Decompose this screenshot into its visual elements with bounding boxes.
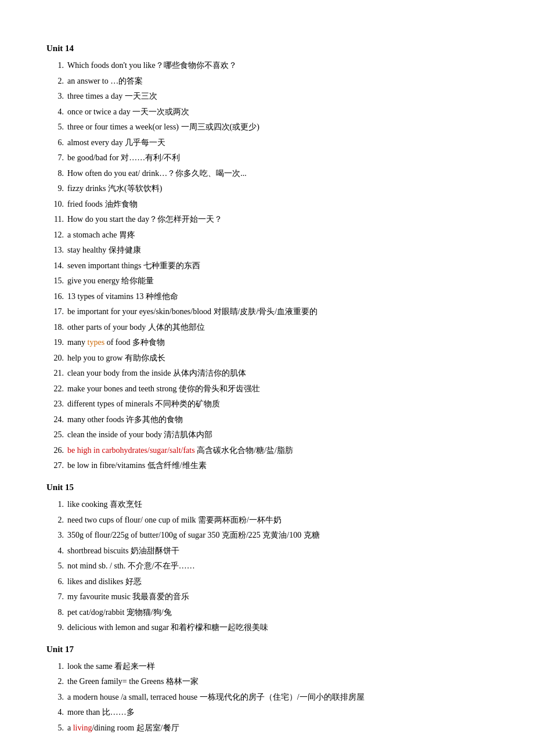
- item-text: a living/dining room 起居室/餐厅: [67, 721, 488, 736]
- text-suffix: /dining room 起居室/餐厅: [92, 723, 179, 732]
- item-num: 5.: [46, 559, 64, 574]
- item-num: 1.: [46, 498, 64, 512]
- item-text: pet cat/dog/rabbit 宠物猫/狗/兔: [67, 606, 488, 620]
- list-item: 3. a modern house /a small, terraced hou…: [46, 690, 488, 705]
- item-text: 350g of flour/225g of butter/100g of sug…: [67, 528, 488, 543]
- list-item: 21. clean your body from the inside 从体内清…: [46, 366, 488, 381]
- item-text: need two cups of flour/ one cup of milk …: [67, 513, 488, 528]
- item-num: 9.: [46, 621, 64, 635]
- list-item: 4. more than 比……多: [46, 705, 488, 721]
- unit-14-title: Unit 14: [46, 41, 488, 56]
- item-text: How do you start the day？你怎样开始一天？: [67, 213, 488, 227]
- list-item: 25. clean the inside of your body 清洁肌体内部: [46, 427, 488, 443]
- item-num: 2.: [46, 513, 64, 528]
- item-num: 6.: [46, 136, 64, 150]
- item-num: 17.: [46, 305, 64, 319]
- item-num: 15.: [46, 274, 64, 289]
- list-item: 7. be good/bad for 对……有利/不利: [46, 150, 488, 166]
- list-item: 1. Which foods don't you like？哪些食物你不喜欢？: [46, 58, 488, 74]
- item-text: 13 types of vitamins 13 种维他命: [67, 290, 488, 304]
- item-num: 6.: [46, 575, 64, 589]
- item-num: 2.: [46, 675, 64, 689]
- item-text: my favourite music 我最喜爱的音乐: [67, 590, 488, 604]
- item-num: 27.: [46, 459, 64, 473]
- item-num: 26.: [46, 444, 64, 458]
- item-text: seven important things 七种重要的东西: [67, 259, 488, 273]
- unit-14-section: Unit 14 1. Which foods don't you like？哪些…: [46, 41, 488, 474]
- item-text: give you energy 给你能量: [67, 274, 488, 289]
- item-num: 4.: [46, 105, 64, 120]
- item-num: 1.: [46, 660, 64, 674]
- list-item: 5. not mind sb. / sth. 不介意/不在乎……: [46, 559, 488, 574]
- item-text: once or twice a day 一天一次或两次: [67, 105, 488, 120]
- list-item: 13. stay healthy 保持健康: [46, 243, 488, 258]
- item-num: 22.: [46, 382, 64, 397]
- unit-17-list: 1. look the same 看起来一样 2. the Green fami…: [46, 659, 488, 736]
- item-text: a stomach ache 胃疼: [67, 228, 488, 243]
- item-num: 18.: [46, 321, 64, 335]
- item-text: many other foods 许多其他的食物: [67, 413, 488, 427]
- list-item: 9. delicious with lemon and sugar 和着柠檬和糖…: [46, 620, 488, 636]
- item-text: more than 比……多: [67, 705, 488, 720]
- item-text: fried foods 油炸食物: [67, 197, 488, 212]
- item-text: different types of minerals 不同种类的矿物质: [67, 397, 488, 412]
- item-text: be important for your eyes/skin/bones/bl…: [67, 305, 488, 319]
- item-text: look the same 看起来一样: [67, 660, 488, 674]
- list-item: 1. look the same 看起来一样: [46, 659, 488, 675]
- list-item: 22. make your bones and teeth strong 使你的…: [46, 381, 488, 397]
- highlighted-word: types: [88, 338, 105, 347]
- item-num: 9.: [46, 182, 64, 196]
- item-text: almost every day 几乎每一天: [67, 136, 488, 150]
- item-num: 7.: [46, 151, 64, 165]
- list-item: 9. fizzy drinks 汽水(等软饮料): [46, 181, 488, 197]
- list-item: 17. be important for your eyes/skin/bone…: [46, 304, 488, 320]
- item-num: 24.: [46, 413, 64, 427]
- text-suffix: of food 多种食物: [104, 338, 165, 347]
- list-item: 2. an answer to …的答案: [46, 74, 488, 89]
- text-prefix: a: [67, 723, 73, 732]
- item-num: 13.: [46, 243, 64, 258]
- list-item: 11. How do you start the day？你怎样开始一天？: [46, 212, 488, 228]
- item-num: 4.: [46, 705, 64, 720]
- item-num: 16.: [46, 290, 64, 304]
- list-item: 5. a living/dining room 起居室/餐厅: [46, 721, 488, 736]
- unit-17-section: Unit 17 1. look the same 看起来一样 2. the Gr…: [46, 642, 488, 736]
- item-num: 10.: [46, 197, 64, 212]
- item-text: make your bones and teeth strong 使你的骨头和牙…: [67, 382, 488, 397]
- list-item: 26. be high in carbohydrates/sugar/salt/…: [46, 443, 488, 459]
- item-num: 5.: [46, 120, 64, 135]
- list-item: 27. be low in fibre/vitamins 低含纤维/维生素: [46, 458, 488, 474]
- item-text: be high in carbohydrates/sugar/salt/fats…: [67, 444, 488, 458]
- list-item: 4. once or twice a day 一天一次或两次: [46, 105, 488, 120]
- item-text: be good/bad for 对……有利/不利: [67, 151, 488, 165]
- item-text: delicious with lemon and sugar 和着柠檬和糖一起吃…: [67, 621, 488, 635]
- item-num: 7.: [46, 590, 64, 604]
- list-item: 16. 13 types of vitamins 13 种维他命: [46, 289, 488, 305]
- item-num: 3.: [46, 89, 64, 104]
- text-prefix: many: [67, 338, 88, 347]
- item-text: the Green family= the Greens 格林一家: [67, 675, 488, 689]
- list-item: 6. likes and dislikes 好恶: [46, 574, 488, 590]
- item-num: 8.: [46, 167, 64, 181]
- item-text: three times a day 一天三次: [67, 89, 488, 104]
- list-item: 4. shortbread biscuits 奶油甜酥饼干: [46, 543, 488, 559]
- list-item: 1. like cooking 喜欢烹饪: [46, 497, 488, 513]
- item-text: other parts of your body 人体的其他部位: [67, 321, 488, 335]
- highlighted-word: be high in carbohydrates/sugar/salt/fats: [67, 446, 195, 455]
- item-num: 25.: [46, 428, 64, 442]
- list-item: 3. 350g of flour/225g of butter/100g of …: [46, 528, 488, 543]
- unit-17-title: Unit 17: [46, 642, 488, 657]
- list-item: 18. other parts of your body 人体的其他部位: [46, 320, 488, 336]
- list-item: 20. help you to grow 有助你成长: [46, 351, 488, 366]
- item-num: 19.: [46, 336, 64, 350]
- item-text: stay healthy 保持健康: [67, 243, 488, 258]
- item-num: 14.: [46, 259, 64, 273]
- item-num: 12.: [46, 228, 64, 243]
- item-text: a modern house /a small, terraced house …: [67, 690, 488, 705]
- text-suffix: 高含碳水化合物/糖/盐/脂肪: [195, 446, 293, 455]
- list-item: 23. different types of minerals 不同种类的矿物质: [46, 397, 488, 412]
- list-item: 14. seven important things 七种重要的东西: [46, 258, 488, 274]
- list-item: 15. give you energy 给你能量: [46, 273, 488, 289]
- list-item: 7. my favourite music 我最喜爱的音乐: [46, 589, 488, 605]
- item-text: be low in fibre/vitamins 低含纤维/维生素: [67, 459, 488, 473]
